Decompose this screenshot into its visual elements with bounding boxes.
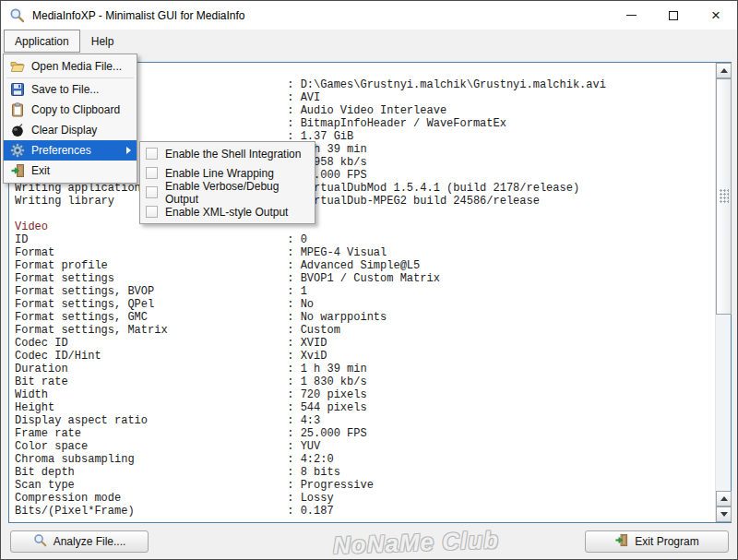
magnifier-icon — [9, 7, 25, 23]
app-window: MediaInfoXP - Minimalist GUI for MediaIn… — [0, 0, 738, 560]
checkbox-unchecked[interactable] — [146, 167, 158, 179]
menu-item-exit[interactable]: Exit — [4, 161, 137, 181]
minimize-button[interactable] — [610, 1, 652, 30]
menu-separator — [6, 77, 134, 78]
maximize-button[interactable] — [652, 1, 695, 30]
application-menu: Open Media File...Save to File...Copy to… — [3, 54, 137, 184]
output-line: ID : 0 — [15, 233, 712, 246]
exit-program-label: Exit Program — [635, 535, 698, 548]
copy-clipboard-icon — [9, 102, 25, 118]
arrow-down-icon — [720, 512, 728, 517]
close-icon: × — [711, 7, 720, 23]
output-line: Height : 544 pixels — [15, 401, 712, 414]
menu-item-copy-to-clipboard[interactable]: Copy to Clipboard — [4, 100, 137, 120]
preferences-gear-icon — [9, 143, 25, 159]
output-line: Chroma subsampling : 4:2:0 — [15, 453, 712, 466]
analyze-file-label: Analyze File.... — [54, 535, 126, 548]
output-line: Writing library : VirtualDub-MPEG2 build… — [15, 195, 712, 208]
menu-item-clear-display[interactable]: Clear Display — [4, 120, 137, 140]
output-line: Format settings : BVOP1 / Custom Matrix — [15, 272, 712, 285]
scroll-up-button[interactable] — [716, 63, 732, 78]
output-line: Codec ID : XVID — [15, 337, 712, 350]
menu-item-label: Save to File... — [31, 83, 99, 96]
title-bar[interactable]: MediaInfoXP - Minimalist GUI for MediaIn… — [1, 1, 737, 30]
submenu-arrow-icon — [126, 147, 131, 154]
output-line: Compression mode : Lossy — [15, 492, 712, 505]
scrollbar-grip-icon — [720, 189, 729, 204]
checkbox-unchecked[interactable] — [146, 206, 158, 218]
arrow-up-icon — [720, 496, 728, 501]
menu-item-save-to-file[interactable]: Save to File... — [4, 79, 137, 100]
scrollbar-thumb[interactable] — [716, 78, 732, 315]
output-line: Writing application : VirtualDubMod 1.5.… — [15, 182, 712, 195]
close-button[interactable]: × — [695, 1, 737, 30]
exit-door-icon — [614, 533, 628, 550]
submenu-item-enable-verbose-debug-output[interactable]: Enable Verbose/Debug Output — [140, 183, 315, 202]
exit-door-icon — [9, 163, 25, 179]
output-line: Scan type : Progressive — [15, 479, 712, 492]
checkbox-unchecked[interactable] — [146, 186, 158, 198]
window-title: MediaInfoXP - Minimalist GUI for MediaIn… — [32, 9, 245, 22]
output-line: Format : MPEG-4 Visual — [15, 246, 712, 259]
output-line: Duration : 1 h 39 min — [15, 363, 712, 375]
watermark: NoNaMe Club — [305, 525, 528, 560]
menu-item-label: Preferences — [31, 144, 91, 157]
output-line: Frame rate : 25.000 FPS — [15, 427, 712, 440]
clear-display-icon — [9, 123, 25, 138]
menu-item-label: Clear Display — [31, 124, 97, 137]
section-header-video: Video — [15, 220, 712, 233]
save-file-icon — [9, 82, 25, 98]
analyze-file-button[interactable]: Analyze File.... — [10, 530, 149, 553]
output-line: Format settings, QPel : No — [15, 298, 712, 311]
menu-item-open-media-file[interactable]: Open Media File... — [4, 56, 137, 77]
output-line: Format settings, GMC : No warppoints — [15, 311, 712, 324]
magnifier-icon — [33, 533, 47, 550]
checkbox-unchecked[interactable] — [146, 148, 158, 160]
submenu-item-label: Enable Verbose/Debug Output — [165, 180, 309, 206]
submenu-item-label: Enable XML-style Output — [165, 206, 288, 219]
scroll-down-button[interactable] — [716, 506, 732, 522]
menu-item-label: Copy to Clipboard — [31, 103, 120, 116]
submenu-item-label: Enable the Shell Integration — [165, 148, 301, 161]
vertical-scrollbar[interactable] — [715, 63, 731, 522]
menu-item-label: Open Media File... — [31, 60, 122, 73]
menu-bar: ApplicationHelp — [1, 30, 737, 53]
menubar-item-help[interactable]: Help — [80, 30, 125, 53]
output-line: Width : 720 pixels — [15, 388, 712, 401]
output-line: Format settings, Matrix : Custom — [15, 324, 712, 337]
output-line: Color space : YUV — [15, 440, 712, 453]
window-controls: × — [610, 1, 737, 30]
output-line: Format settings, BVOP : 1 — [15, 285, 712, 298]
open-file-icon — [9, 59, 25, 75]
submenu-item-enable-the-shell-integration[interactable]: Enable the Shell Integration — [140, 144, 315, 163]
minimize-icon — [626, 15, 637, 16]
output-line: Format profile : Advanced Simple@L5 — [15, 259, 712, 272]
menu-item-label: Exit — [31, 164, 50, 177]
output-line: Bit rate : 1 830 kb/s — [15, 375, 712, 388]
output-line: Bits/(Pixel*Frame) : 0.187 — [15, 505, 712, 518]
preferences-submenu: Enable the Shell IntegrationEnable Line … — [139, 141, 315, 224]
output-line: Bit depth : 8 bits — [15, 466, 712, 479]
scroll-up-button-bottom[interactable] — [716, 491, 732, 506]
output-line: Display aspect ratio : 4:3 — [15, 414, 712, 427]
menubar-item-application[interactable]: Application — [4, 30, 80, 53]
menu-item-preferences[interactable]: Preferences — [4, 140, 137, 161]
maximize-icon — [669, 11, 678, 20]
arrow-up-icon — [720, 68, 728, 73]
output-line: Codec ID/Hint : XviD — [15, 350, 712, 363]
exit-program-button[interactable]: Exit Program — [585, 530, 729, 553]
submenu-item-label: Enable Line Wrapping — [165, 167, 274, 180]
blank-line — [15, 208, 712, 220]
